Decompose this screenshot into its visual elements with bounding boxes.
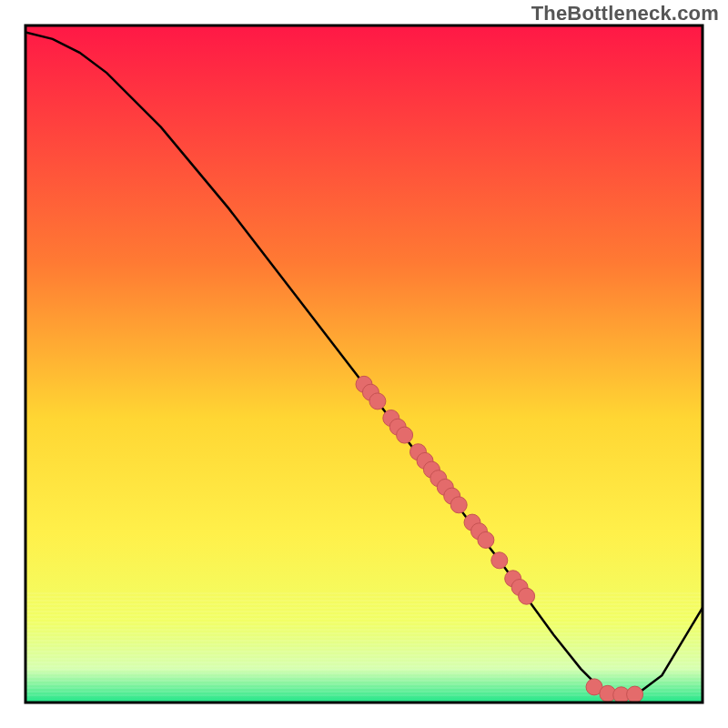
curve-marker-dot [369, 393, 386, 410]
curve-marker-dot [450, 497, 467, 513]
curve-marker-dot [627, 686, 643, 703]
curve-marker-dot [478, 531, 494, 548]
curve-marker-dot [397, 427, 413, 443]
chart-svg [0, 0, 728, 728]
watermark-text: TheBottleneck.com [531, 2, 719, 25]
curve-marker-dot [519, 588, 535, 604]
curve-marker-dot [491, 552, 508, 569]
chart-stage: TheBottleneck.com [0, 0, 728, 728]
